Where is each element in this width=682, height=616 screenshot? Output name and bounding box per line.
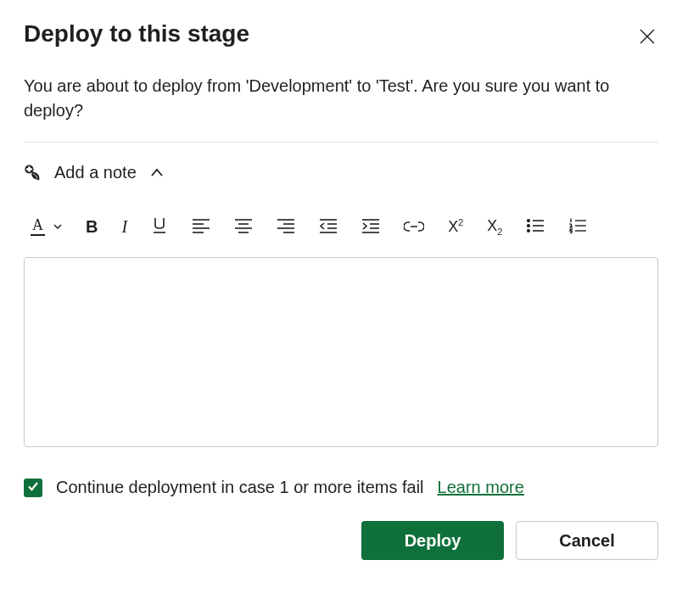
note-textarea[interactable] — [24, 257, 658, 447]
chevron-up-icon — [148, 165, 165, 182]
numbered-list-button[interactable] — [567, 215, 589, 238]
continue-label: Continue deployment in case 1 or more it… — [56, 478, 424, 497]
rte-toolbar: A B I — [24, 211, 658, 242]
close-icon — [640, 34, 655, 47]
numbered-list-icon — [568, 217, 587, 237]
underline-button[interactable] — [149, 215, 170, 238]
bold-icon: B — [86, 217, 98, 237]
bulleted-list-icon — [526, 217, 545, 237]
bulleted-list-button[interactable] — [524, 215, 546, 238]
continue-row: Continue deployment in case 1 or more it… — [24, 478, 658, 497]
add-note-toggle[interactable]: Add a note — [24, 163, 658, 182]
deploy-button[interactable]: Deploy — [361, 521, 504, 560]
learn-more-link[interactable]: Learn more — [438, 478, 524, 497]
subscript-icon: X2 — [487, 217, 502, 237]
align-right-icon — [277, 217, 295, 237]
font-color-button[interactable]: A — [29, 215, 47, 238]
align-left-icon — [192, 217, 210, 237]
font-color-dropdown[interactable] — [52, 215, 64, 238]
font-color-icon: A — [31, 217, 45, 236]
subscript-button[interactable]: X2 — [485, 215, 504, 238]
dialog-actions: Deploy Cancel — [24, 521, 658, 560]
deploy-dialog: Deploy to this stage You are about to de… — [0, 0, 682, 616]
dialog-description: You are about to deploy from 'Developmen… — [24, 74, 651, 123]
outdent-icon — [319, 217, 338, 237]
align-center-button[interactable] — [232, 215, 254, 238]
dialog-header: Deploy to this stage — [24, 20, 658, 50]
superscript-icon: X2 — [448, 217, 463, 236]
cancel-button[interactable]: Cancel — [516, 521, 658, 560]
link-icon — [404, 217, 424, 237]
link-button[interactable] — [402, 215, 426, 238]
add-note-icon — [24, 164, 42, 182]
divider — [24, 142, 658, 143]
svg-point-28 — [528, 224, 530, 227]
close-button[interactable] — [636, 25, 658, 50]
italic-icon: I — [121, 217, 127, 237]
check-icon — [27, 480, 39, 496]
italic-button[interactable]: I — [120, 215, 129, 238]
svg-point-26 — [528, 219, 530, 221]
chevron-down-icon — [53, 221, 62, 233]
indent-icon — [361, 217, 380, 237]
align-center-icon — [234, 217, 253, 237]
continue-checkbox[interactable] — [24, 479, 42, 497]
outdent-button[interactable] — [317, 215, 339, 238]
align-right-button[interactable] — [275, 215, 297, 238]
dialog-title: Deploy to this stage — [24, 20, 249, 48]
svg-point-30 — [528, 229, 530, 232]
underline-icon — [151, 216, 168, 238]
indent-button[interactable] — [360, 215, 382, 238]
align-left-button[interactable] — [190, 215, 212, 238]
svg-rect-4 — [26, 168, 32, 171]
bold-button[interactable]: B — [84, 215, 99, 238]
superscript-button[interactable]: X2 — [446, 215, 465, 238]
add-note-label: Add a note — [54, 163, 137, 182]
